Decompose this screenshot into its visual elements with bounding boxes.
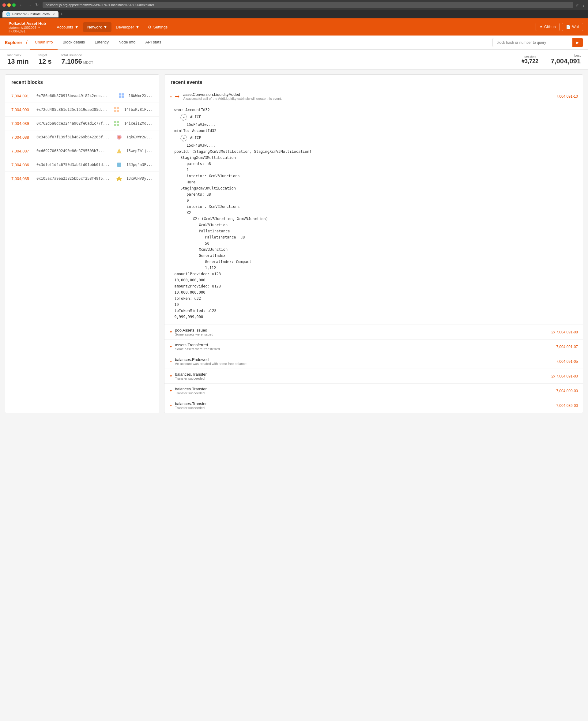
event-field: X2 (174, 211, 573, 215)
event-field: lpToken: u32 (174, 296, 573, 301)
table-row: 7,004,086 0x3dfef1d4c6750d3ab3fd01bbb0fd… (5, 158, 159, 172)
event-field: 0 (174, 198, 573, 203)
event-reference[interactable]: 2x 7,004,091-00 (551, 374, 578, 378)
api-stats-tab[interactable]: API stats (141, 36, 166, 49)
event-field: 15oF4uVJw.... (174, 143, 573, 148)
event-info: assetConversion.LiquidityAdded A success… (183, 92, 554, 101)
new-tab-button[interactable]: + (59, 11, 65, 17)
validator-address[interactable]: 13Jpq4n3P... (126, 163, 153, 167)
event-header[interactable]: ▲ ➡ assetConversion.LiquidityAdded A suc… (165, 89, 583, 104)
best-value: 7,004,091 (551, 57, 581, 65)
event-reference[interactable]: 7,004,091-07 (556, 345, 578, 349)
bookmark-icon[interactable]: ☆ (575, 3, 579, 7)
collapse-icon[interactable]: ▲ (169, 94, 172, 98)
last-block-value: 13 min (7, 58, 29, 65)
tab-favicon: 🌐 (6, 12, 10, 16)
block-hash: 0x72dd485c861d135c1619dae385d... (37, 107, 109, 112)
block-number[interactable]: 7,004,091 (11, 94, 33, 98)
collapse-icon[interactable]: ▼ (169, 345, 172, 348)
collapse-icon[interactable]: ▼ (169, 375, 172, 378)
event-reference[interactable]: 7,004,089-00 (556, 404, 578, 408)
tab-title: Polkadot/Substrate Portal (12, 12, 50, 16)
address-bar[interactable]: polkadot.js.org/apps/#/rpc=ws%3A%2F%2Flo… (43, 2, 573, 8)
wiki-button[interactable]: 📄 Wiki (562, 23, 583, 31)
recent-events-panel: recent events ▲ ➡ assetConversion.Liquid… (164, 75, 583, 413)
validator-address[interactable]: 1gkGXWr2w... (126, 135, 153, 139)
validator-address[interactable]: 14icei1ZMo... (124, 121, 153, 126)
forward-button[interactable]: → (26, 2, 33, 8)
event-field: A ALICE (174, 135, 573, 142)
block-number[interactable]: 7,004,085 (11, 176, 33, 181)
refresh-button[interactable]: ↻ (34, 2, 40, 8)
block-number[interactable]: 7,004,087 (11, 149, 33, 153)
network-nav-item[interactable]: Network ▼ (83, 22, 112, 32)
browser-chrome: ← → ↻ polkadot.js.org/apps/#/rpc=ws%3A%2… (0, 0, 588, 10)
validator-address[interactable]: 13xAUHVDy... (126, 176, 153, 181)
event-info: assets.Transferred Some assets were tran… (175, 343, 554, 351)
event-field: 10,000,000,000 (174, 278, 573, 282)
accounts-nav-item[interactable]: Accounts ▼ (52, 22, 83, 32)
browser-nav: ← → ↻ (18, 2, 40, 8)
event-reference[interactable]: 7,004,091-10 (556, 94, 578, 99)
collapse-icon[interactable]: ▼ (169, 360, 172, 363)
brand-subtitle: statemint/1002006 ▼ (8, 26, 46, 29)
block-number[interactable]: 7,004,088 (11, 135, 33, 140)
event-reference[interactable]: 7,004,090-00 (556, 389, 578, 393)
event-reference[interactable]: 2x 7,004,091-08 (551, 330, 578, 334)
maximize-dot[interactable] (12, 3, 16, 7)
back-button[interactable]: ← (18, 2, 25, 8)
developer-nav-item[interactable]: Developer ▼ (111, 22, 144, 32)
browser-tab[interactable]: 🌐 Polkadot/Substrate Portal ✕ (2, 11, 59, 18)
event-description: Transfer succeeded (175, 377, 549, 380)
event-field: mintTo: AccountId32 (174, 129, 573, 133)
list-item: ▼ balances.Endowed An account was create… (165, 354, 583, 369)
search-button[interactable]: ► (572, 38, 583, 47)
list-item: ▼ assets.Transferred Some assets were tr… (165, 340, 583, 354)
event-field: 1,112 (174, 266, 573, 270)
menu-icon[interactable]: ⋮ (582, 3, 586, 7)
event-header[interactable]: ▼ balances.Transfer Transfer succeeded 7… (165, 384, 583, 398)
block-number[interactable]: 7,004,086 (11, 163, 33, 167)
chain-info-label: Chain info (35, 40, 53, 44)
event-header[interactable]: ▼ balances.Transfer Transfer succeeded 7… (165, 398, 583, 413)
chain-info-tab[interactable]: Chain info (30, 36, 58, 49)
event-name: assets.Transferred (175, 343, 554, 347)
search-input[interactable] (493, 39, 572, 46)
brand-logo[interactable]: Polkadot Asset Hub statemint/1002006 ▼ #… (5, 19, 49, 36)
explorer-nav-item[interactable]: Explorer (5, 40, 26, 45)
total-issuance-stat: total issuance 7.1056 MDOT (62, 53, 103, 65)
event-header[interactable]: ▼ balances.Endowed An account was create… (165, 354, 583, 368)
collapse-icon[interactable]: ▼ (169, 404, 172, 407)
total-issuance-unit: MDOT (83, 61, 93, 64)
tab-close-button[interactable]: ✕ (52, 13, 55, 16)
node-info-tab[interactable]: Node info (113, 36, 141, 49)
event-header[interactable]: ▼ poolAssets.Issued Some assets were iss… (165, 325, 583, 339)
latency-tab[interactable]: Latency (90, 36, 113, 49)
validator-address[interactable]: 15wepZh1j... (126, 149, 153, 153)
list-item: ▼ poolAssets.Issued Some assets were iss… (165, 325, 583, 340)
target-value: 12 s (39, 58, 52, 65)
collapse-icon[interactable]: ▼ (169, 330, 172, 334)
total-issuance-label: total issuance (62, 53, 93, 57)
event-name: balances.Transfer (175, 387, 554, 391)
validator-address[interactable]: 14fbxKv81F... (124, 107, 153, 112)
brand-block: #7,004,091 (8, 29, 46, 33)
event-header[interactable]: ▼ assets.Transferred Some assets were tr… (165, 340, 583, 354)
close-dot[interactable] (2, 3, 6, 7)
event-reference[interactable]: 7,004,091-05 (556, 359, 578, 364)
settings-nav-item[interactable]: ⚙ Settings (144, 22, 172, 32)
block-number[interactable]: 7,004,090 (11, 107, 33, 112)
svg-rect-7 (117, 110, 119, 112)
collapse-icon[interactable]: ▼ (169, 389, 172, 393)
github-button[interactable]: ✶ GitHub (536, 23, 560, 31)
block-details-tab[interactable]: Block details (58, 36, 90, 49)
event-header[interactable]: ▼ balances.Transfer Transfer succeeded 2… (165, 369, 583, 383)
table-row: 7,004,085 0x105ac7a9ea23825bb5cf258f49f5… (5, 172, 159, 185)
explorer-label: Explorer (5, 40, 22, 45)
block-number[interactable]: 7,004,089 (11, 121, 33, 126)
minimize-dot[interactable] (7, 3, 11, 7)
main-content: recent blocks 7,004,091 0x786e66b870913b… (0, 69, 588, 418)
block-hash: 0x762d5a8dce3244a902fe0ad1c77f... (37, 121, 109, 126)
block-hash: 0x3468f07f139f31b46269b642263f... (37, 135, 112, 139)
validator-address[interactable]: 16WWmr2X... (129, 94, 153, 98)
